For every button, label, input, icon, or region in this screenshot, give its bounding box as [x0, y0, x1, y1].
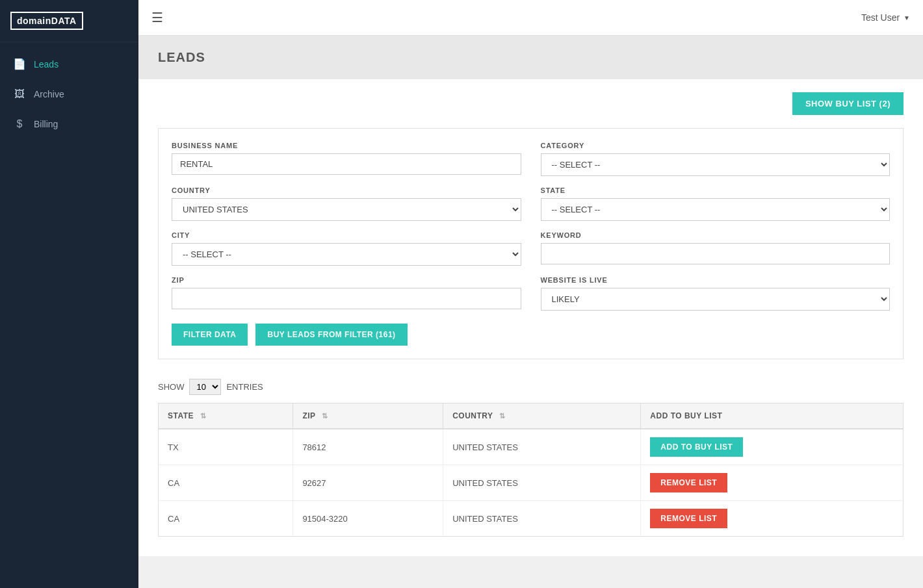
cell-zip-0: 78612 [293, 429, 443, 465]
category-group: CATEGORY -- SELECT -- [541, 142, 890, 176]
filter-data-button[interactable]: FILTER DATA [172, 324, 248, 346]
cell-zip-1: 92627 [293, 465, 443, 501]
zip-group: ZIP [172, 276, 521, 311]
cell-state-2: CA [159, 501, 293, 537]
user-label: Test User [861, 12, 900, 23]
table-head: STATE ⇅ ZIP ⇅ COUNTRY ⇅ [159, 403, 904, 429]
col-state[interactable]: STATE ⇅ [159, 403, 293, 429]
city-select[interactable]: -- SELECT -- [172, 243, 521, 266]
filter-form: BUSINESS NAME CATEGORY -- SELECT -- COUN… [158, 128, 904, 359]
business-name-label: BUSINESS NAME [172, 142, 521, 149]
zip-label: ZIP [172, 276, 521, 284]
table-section: SHOW 10 25 50 ENTRIES STATE ⇅ [158, 379, 904, 537]
entries-label: ENTRIES [226, 382, 263, 392]
category-label: CATEGORY [541, 142, 890, 149]
cell-country-2: UNITED STATES [443, 501, 641, 537]
buy-list-bar: SHOW BUY LIST (2) [158, 92, 904, 115]
filter-grid: BUSINESS NAME CATEGORY -- SELECT -- COUN… [172, 142, 890, 311]
logo-suffix: DATA [51, 16, 77, 26]
table-controls: SHOW 10 25 50 ENTRIES [158, 379, 904, 395]
archive-icon: 🖼 [13, 88, 26, 100]
zip-sort-icon: ⇅ [322, 412, 328, 420]
remove-list-button[interactable]: REMOVE LIST [650, 509, 727, 528]
state-select[interactable]: -- SELECT -- [541, 198, 890, 221]
billing-icon: $ [13, 118, 26, 130]
sidebar-item-leads-label: Leads [34, 59, 58, 70]
cell-action-1: REMOVE LIST [641, 465, 904, 501]
zip-input[interactable] [172, 288, 521, 309]
sidebar-item-billing-label: Billing [34, 119, 58, 129]
state-sort-icon: ⇅ [200, 412, 207, 420]
col-country-label: COUNTRY [452, 411, 493, 420]
sidebar-item-archive-label: Archive [34, 89, 64, 99]
country-group: COUNTRY UNITED STATES [172, 186, 521, 221]
show-buy-list-button[interactable]: SHOW BUY LIST (2) [792, 92, 904, 115]
col-country[interactable]: COUNTRY ⇅ [443, 403, 641, 429]
category-select[interactable]: -- SELECT -- [541, 153, 890, 176]
logo: domainDATA [0, 0, 138, 42]
add-to-buy-list-button[interactable]: ADD TO BUY LIST [650, 437, 743, 457]
sidebar: domainDATA 📄 Leads 🖼 Archive $ Billing [0, 0, 138, 588]
sidebar-item-billing[interactable]: $ Billing [0, 109, 138, 139]
user-menu[interactable]: Test User ▼ [861, 12, 910, 23]
country-label: COUNTRY [172, 186, 521, 194]
col-zip-label: ZIP [302, 411, 315, 420]
website-select[interactable]: LIKELY [541, 288, 890, 311]
sidebar-item-archive[interactable]: 🖼 Archive [0, 79, 138, 109]
cell-action-2: REMOVE LIST [641, 501, 904, 537]
city-group: CITY -- SELECT -- [172, 231, 521, 266]
caret-down-icon: ▼ [904, 14, 910, 21]
state-group: STATE -- SELECT -- [541, 186, 890, 221]
cell-zip-2: 91504-3220 [293, 501, 443, 537]
col-state-label: STATE [168, 411, 194, 420]
city-label: CITY [172, 231, 521, 239]
cell-action-0: ADD TO BUY LIST [641, 429, 904, 465]
keyword-input[interactable] [541, 243, 890, 264]
buy-leads-from-filter-button[interactable]: BUY LEADS FROM FILTER (161) [255, 324, 407, 346]
logo-prefix: domain [17, 16, 51, 26]
remove-list-button[interactable]: REMOVE LIST [650, 473, 727, 492]
keyword-group: KEYWORD [541, 231, 890, 266]
cell-country-0: UNITED STATES [443, 429, 641, 465]
website-group: WEBSITE IS LIVE LIKELY [541, 276, 890, 311]
keyword-label: KEYWORD [541, 231, 890, 239]
website-label: WEBSITE IS LIVE [541, 276, 890, 284]
page-header: LEADS [138, 36, 923, 79]
table-header-row: STATE ⇅ ZIP ⇅ COUNTRY ⇅ [159, 403, 904, 429]
col-zip[interactable]: ZIP ⇅ [293, 403, 443, 429]
sidebar-nav: 📄 Leads 🖼 Archive $ Billing [0, 49, 138, 139]
leads-icon: 📄 [13, 58, 26, 70]
country-select[interactable]: UNITED STATES [172, 198, 521, 221]
table-body: TX78612UNITED STATESADD TO BUY LISTCA926… [159, 429, 904, 537]
col-action: ADD TO BUY LIST [641, 403, 904, 429]
main-area: ☰ Test User ▼ LEADS SHOW BUY LIST (2) BU… [138, 0, 923, 588]
page-title: LEADS [158, 50, 904, 65]
table-row: CA91504-3220UNITED STATESREMOVE LIST [159, 501, 904, 537]
country-sort-icon: ⇅ [499, 412, 506, 420]
content-area: LEADS SHOW BUY LIST (2) BUSINESS NAME CA… [138, 36, 923, 588]
filter-actions: FILTER DATA BUY LEADS FROM FILTER (161) [172, 324, 890, 346]
sidebar-item-leads[interactable]: 📄 Leads [0, 49, 138, 79]
cell-state-0: TX [159, 429, 293, 465]
content-body: SHOW BUY LIST (2) BUSINESS NAME CATEGORY… [138, 79, 923, 556]
data-table: STATE ⇅ ZIP ⇅ COUNTRY ⇅ [158, 403, 904, 537]
business-name-input[interactable] [172, 153, 521, 175]
topbar: ☰ Test User ▼ [138, 0, 923, 36]
table-row: TX78612UNITED STATESADD TO BUY LIST [159, 429, 904, 465]
hamburger-button[interactable]: ☰ [151, 10, 163, 25]
col-action-label: ADD TO BUY LIST [650, 411, 722, 420]
state-label: STATE [541, 186, 890, 194]
business-name-group: BUSINESS NAME [172, 142, 521, 176]
cell-country-1: UNITED STATES [443, 465, 641, 501]
table-row: CA92627UNITED STATESREMOVE LIST [159, 465, 904, 501]
cell-state-1: CA [159, 465, 293, 501]
show-label: SHOW [158, 382, 184, 392]
entries-select[interactable]: 10 25 50 [189, 379, 221, 395]
